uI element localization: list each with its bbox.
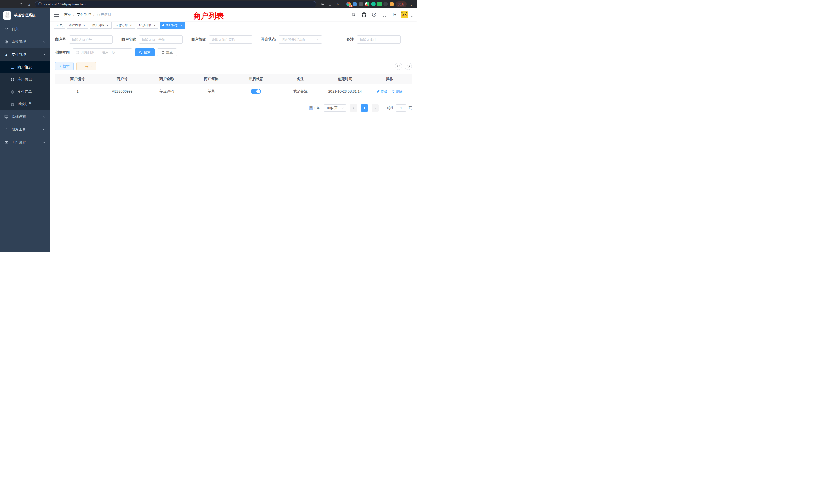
status-toggle[interactable] — [250, 89, 261, 94]
extension-icon[interactable] — [371, 2, 376, 6]
help-question-icon[interactable]: ? — [371, 12, 377, 18]
close-icon[interactable]: × — [106, 24, 109, 27]
sidebar-item-home[interactable]: 首页 — [0, 23, 50, 36]
sidebar-item-workflow[interactable]: 工作流程 — [0, 136, 50, 149]
document-icon — [10, 102, 14, 106]
sidebar-item-label: 应用信息 — [18, 77, 32, 82]
tab-pay-order[interactable]: 支付订单 × — [113, 22, 135, 29]
home-icon[interactable]: ⌂ — [26, 1, 32, 7]
sidebar-item-dev-tools[interactable]: 研发工具 — [0, 123, 50, 136]
browser-menu-kebab-icon[interactable]: ⋮ — [408, 1, 414, 7]
extension-icon[interactable] — [359, 2, 363, 6]
tab-process-form[interactable]: 流程表单 × — [66, 22, 88, 29]
table-header-row: 商户编号 商户号 商户全称 商户简称 开启状态 备注 创建时间 操作 — [55, 74, 412, 84]
page-size-select[interactable]: 10条/页 — [324, 105, 346, 112]
app-logo[interactable]: 芋道管理系统 — [0, 8, 50, 23]
add-button-label: 新增 — [63, 64, 70, 69]
sidebar-item-refund-order[interactable]: 退款订单 — [0, 98, 50, 110]
sidebar-item-merchant-info[interactable]: 商户信息 — [0, 61, 50, 73]
font-size-big: T — [392, 12, 394, 17]
site-info-icon[interactable]: ⓘ — [38, 2, 42, 6]
bookmark-star-icon[interactable]: ☆ — [335, 1, 341, 7]
browser-chrome: ← → ⌂ ⓘ localhost:1024/pay/merchant ☆ 10… — [0, 0, 417, 8]
tab-refund-order[interactable]: 退款订单 × — [137, 22, 158, 29]
goto-page-input[interactable] — [396, 105, 407, 112]
share-icon[interactable] — [327, 1, 333, 7]
extension-icon[interactable]: 10 — [346, 2, 351, 6]
filter-status: 开启状态 请选择开启状态 — [261, 36, 322, 44]
pagination-total: 共 1 条 — [309, 106, 320, 110]
chevron-down-icon — [43, 141, 46, 144]
caret-down-icon[interactable] — [411, 16, 413, 17]
tab-label: 首页 — [57, 23, 63, 27]
filter-create-time: 创建时间 开始日期 - 结束日期 — [55, 48, 132, 56]
sidebar-item-label: 退款订单 — [18, 102, 32, 107]
sidebar-item-pay-order[interactable]: 支付订单 — [0, 86, 50, 98]
grid-icon — [10, 77, 14, 82]
merchant-no-input[interactable] — [69, 36, 113, 44]
col-remark: 备注 — [278, 74, 323, 84]
breadcrumb-pay[interactable]: 支付管理 — [77, 12, 91, 17]
short-name-input[interactable] — [209, 36, 253, 44]
search-button[interactable]: 搜索 — [135, 48, 155, 56]
sidebar-item-app-info[interactable]: 应用信息 — [0, 73, 50, 86]
app-title: 芋道管理系统 — [14, 13, 36, 18]
col-actions: 操作 — [367, 74, 412, 84]
full-name-input[interactable] — [139, 36, 182, 44]
filter-merchant-no: 商户号 — [55, 36, 113, 44]
date-range-picker[interactable]: 开始日期 - 结束日期 — [73, 48, 132, 56]
url-bar[interactable]: ⓘ localhost:1024/pay/merchant — [35, 1, 316, 7]
status-select[interactable]: 请选择开启状态 — [279, 36, 322, 44]
cell-full-name: 芋道源码 — [144, 84, 189, 98]
reset-button[interactable]: 重置 — [157, 48, 177, 56]
extension-icon[interactable] — [365, 2, 370, 6]
toolbox-icon — [4, 128, 8, 132]
password-key-icon[interactable] — [320, 1, 326, 7]
sidebar-toggle-icon[interactable] — [54, 13, 59, 17]
refresh-icon-button[interactable] — [405, 63, 412, 70]
tab-merchant-info[interactable]: 商户信息 × — [160, 22, 185, 29]
prev-page-button[interactable] — [350, 105, 357, 112]
extension-icon[interactable] — [377, 2, 382, 6]
plus-icon: + — [59, 64, 61, 68]
cell-status — [234, 84, 278, 98]
edit-link-label: 修改 — [380, 89, 387, 94]
export-button[interactable]: 导出 — [76, 62, 96, 70]
date-end-placeholder: 结束日期 — [102, 50, 115, 55]
page-number-1[interactable]: 1 — [361, 105, 368, 112]
add-button[interactable]: + 新增 — [55, 62, 74, 70]
tab-user-group[interactable]: 用户分组 × — [90, 22, 112, 29]
edit-link[interactable]: 修改 — [377, 89, 387, 94]
sidebar-item-pay[interactable]: ¥ 支付管理 — [0, 48, 50, 61]
extension-icon[interactable] — [383, 2, 388, 6]
close-icon[interactable]: × — [179, 24, 183, 27]
back-icon[interactable]: ← — [3, 1, 9, 7]
browser-update-button[interactable]: 更新 — [396, 1, 407, 7]
hide-search-icon-button[interactable] — [395, 63, 402, 70]
close-icon[interactable]: × — [153, 24, 156, 27]
close-icon[interactable]: × — [129, 24, 133, 27]
col-short-name: 商户简称 — [189, 74, 234, 84]
col-full-name: 商户全称 — [144, 74, 189, 84]
forward-icon[interactable]: → — [10, 1, 17, 7]
next-page-button[interactable] — [372, 105, 379, 112]
extension-icon[interactable] — [353, 2, 357, 6]
tab-home[interactable]: 首页 — [54, 22, 65, 29]
remark-input[interactable] — [357, 36, 400, 44]
export-button-label: 导出 — [85, 64, 92, 69]
extension-icon[interactable] — [390, 2, 394, 6]
reload-icon[interactable] — [18, 1, 24, 7]
sidebar-item-system[interactable]: 系统管理 — [0, 36, 50, 48]
delete-link[interactable]: 删除 — [392, 89, 402, 94]
close-icon[interactable]: × — [83, 24, 86, 27]
breadcrumb-home[interactable]: 首页 — [64, 12, 71, 17]
font-size-icon[interactable]: TT — [392, 12, 396, 17]
url-text: localhost:1024/pay/merchant — [44, 2, 86, 6]
sidebar-item-infra[interactable]: 基础设施 — [0, 110, 50, 123]
search-icon[interactable] — [351, 12, 356, 18]
github-icon[interactable] — [361, 12, 367, 18]
chevron-down-icon — [43, 41, 46, 43]
fullscreen-icon[interactable] — [381, 12, 387, 18]
user-avatar[interactable] — [400, 11, 408, 19]
cell-remark: 我是备注 — [278, 84, 323, 98]
